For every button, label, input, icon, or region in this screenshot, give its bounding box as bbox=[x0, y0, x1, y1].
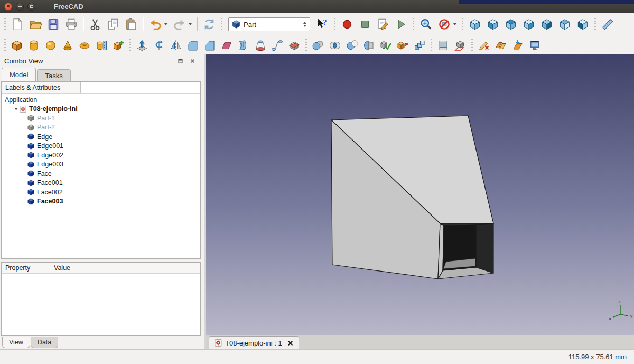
tree-item-face001[interactable]: Face001 bbox=[2, 179, 200, 188]
macro-record-button[interactable] bbox=[339, 16, 356, 33]
tree-item-edge[interactable]: Edge bbox=[2, 132, 200, 142]
part-ruled-surface-button[interactable] bbox=[236, 38, 251, 53]
part-torus-button[interactable] bbox=[77, 38, 92, 53]
part-cone-button[interactable] bbox=[60, 38, 76, 53]
view-bottom-button[interactable] bbox=[556, 16, 573, 33]
part-shape-2d-view-button[interactable] bbox=[452, 38, 468, 53]
toolbar-drag-handle[interactable] bbox=[462, 18, 463, 31]
save-document-button[interactable] bbox=[45, 16, 62, 33]
toolbar-drag-handle[interactable] bbox=[4, 39, 6, 52]
tree-item-edge002[interactable]: Edge002 bbox=[2, 151, 200, 160]
toolbar-drag-handle[interactable] bbox=[431, 39, 432, 52]
toolbar-drag-handle[interactable] bbox=[129, 39, 131, 52]
tree-item-face[interactable]: Face bbox=[2, 169, 200, 179]
refresh-button[interactable] bbox=[201, 16, 218, 33]
tab-model[interactable]: Model bbox=[2, 68, 36, 81]
close-document-icon[interactable] bbox=[287, 340, 293, 346]
cut-button[interactable] bbox=[87, 16, 104, 33]
sketch-view-section-button[interactable] bbox=[527, 38, 543, 53]
panel-close-button[interactable] bbox=[189, 57, 197, 65]
view-front-button[interactable] bbox=[484, 16, 501, 33]
part-shape-builder-button[interactable] bbox=[110, 38, 126, 53]
tree-expander-icon[interactable]: ▼ bbox=[13, 107, 20, 111]
3d-viewport[interactable]: Z Y X bbox=[206, 54, 634, 335]
part-primitives-button[interactable] bbox=[94, 38, 109, 53]
part-sweep-button[interactable] bbox=[269, 38, 285, 53]
tree-item-edge003[interactable]: Edge003 bbox=[2, 160, 200, 170]
window-minimize-button[interactable] bbox=[16, 3, 24, 11]
macro-edit-button[interactable] bbox=[375, 16, 391, 33]
sketch-leave-edit-button[interactable] bbox=[476, 38, 492, 53]
copy-button[interactable] bbox=[105, 16, 122, 33]
view-top-button[interactable] bbox=[502, 16, 519, 33]
new-document-button[interactable] bbox=[9, 16, 26, 33]
open-document-button[interactable] bbox=[27, 16, 44, 33]
part-compound-button[interactable] bbox=[412, 38, 427, 53]
undo-button[interactable] bbox=[146, 16, 170, 33]
tree-item-part-2[interactable]: Part-2 bbox=[2, 123, 200, 133]
part-chamfer-button[interactable] bbox=[202, 38, 218, 53]
tab-view[interactable]: View bbox=[2, 337, 30, 348]
tree-item-application[interactable]: Application bbox=[2, 95, 200, 105]
view-right-button[interactable] bbox=[520, 16, 537, 33]
part-sphere-button[interactable] bbox=[43, 38, 59, 53]
whats-this-button[interactable] bbox=[314, 16, 331, 33]
part-cylinder-button[interactable] bbox=[26, 38, 42, 53]
tree-item-part-1[interactable]: Part-1 bbox=[2, 114, 200, 123]
window-close-button[interactable]: ✕ bbox=[4, 3, 12, 11]
panel-float-button[interactable] bbox=[176, 57, 184, 65]
part-boolean-common-button[interactable] bbox=[327, 38, 343, 53]
part-box-button[interactable] bbox=[9, 38, 25, 53]
toolbar-drag-handle[interactable] bbox=[471, 39, 473, 52]
fit-all-button[interactable] bbox=[417, 16, 434, 33]
toolbar-drag-handle[interactable] bbox=[413, 18, 414, 31]
tab-tasks[interactable]: Tasks bbox=[37, 69, 70, 81]
part-defeaturing-button[interactable] bbox=[395, 38, 411, 53]
part-fillet-button[interactable] bbox=[185, 38, 201, 53]
draw-style-button[interactable] bbox=[435, 16, 459, 33]
tree-item-t08-ejemplo-ini[interactable]: ▼T08-ejemplo-ini bbox=[2, 105, 200, 114]
toolbar-drag-handle[interactable] bbox=[305, 39, 307, 52]
part-mirror-button[interactable] bbox=[168, 38, 184, 53]
print-button[interactable] bbox=[63, 16, 80, 33]
measure-linear-button[interactable] bbox=[599, 16, 616, 33]
part-check-geometry-button[interactable] bbox=[378, 38, 394, 53]
macro-play-button[interactable] bbox=[393, 16, 409, 33]
toolbar-part bbox=[0, 36, 634, 54]
toolbar-drag-handle[interactable] bbox=[334, 18, 335, 31]
toolbar-drag-handle[interactable] bbox=[594, 18, 596, 31]
ic-play-icon bbox=[394, 17, 408, 31]
dropdown-arrow-icon[interactable] bbox=[453, 23, 456, 25]
sketch-planes-button[interactable] bbox=[493, 38, 509, 53]
view-left-button[interactable] bbox=[574, 16, 591, 33]
part-make-face-button[interactable] bbox=[219, 38, 235, 53]
redo-button[interactable] bbox=[171, 16, 194, 33]
part-extrude-button[interactable] bbox=[134, 38, 150, 53]
tree-item-label: Part-2 bbox=[37, 124, 55, 131]
part-cross-sections-button[interactable] bbox=[435, 38, 451, 53]
window-maximize-button[interactable] bbox=[27, 3, 35, 11]
part-loft-button[interactable] bbox=[253, 38, 268, 53]
part-boolean-button[interactable] bbox=[361, 38, 377, 53]
view-isometric-button[interactable] bbox=[467, 16, 483, 33]
part-boolean-cut-button[interactable] bbox=[344, 38, 360, 53]
tree-item-edge001[interactable]: Edge001 bbox=[2, 142, 200, 151]
sketch-map-button[interactable] bbox=[510, 38, 526, 53]
toolbar-drag-handle[interactable] bbox=[4, 18, 6, 31]
model-right-face[interactable] bbox=[476, 223, 493, 273]
part-section-button[interactable] bbox=[286, 38, 302, 53]
dropdown-arrow-icon[interactable] bbox=[164, 23, 167, 25]
workbench-selector[interactable]: Part bbox=[228, 17, 310, 31]
view-rear-button[interactable] bbox=[538, 16, 555, 33]
paste-button[interactable] bbox=[123, 16, 139, 33]
document-tab[interactable]: T08-ejemplo-ini : 1 bbox=[209, 336, 299, 349]
tab-data[interactable]: Data bbox=[31, 337, 58, 348]
tree-item-face002[interactable]: Face002 bbox=[2, 188, 200, 197]
part-boolean-union-button[interactable] bbox=[310, 38, 326, 53]
macro-stop-button[interactable] bbox=[357, 16, 374, 33]
part-revolve-button[interactable] bbox=[151, 38, 167, 53]
tree-item-face003[interactable]: Face003 bbox=[2, 197, 200, 207]
toolbar-drag-handle[interactable] bbox=[221, 18, 222, 31]
combo-spinner[interactable] bbox=[301, 18, 309, 31]
dropdown-arrow-icon[interactable] bbox=[189, 23, 192, 25]
